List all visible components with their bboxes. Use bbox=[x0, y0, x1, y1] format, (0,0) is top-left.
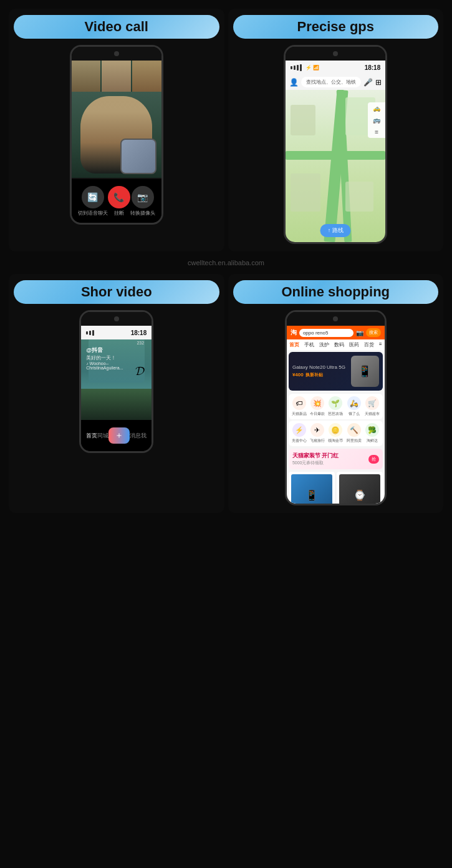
video-call-phone: 🔄 切到语音聊天 📞 挂断 📷 转换摄像头 bbox=[70, 45, 163, 225]
auction-icon: 🔨 bbox=[347, 423, 361, 437]
shop-icon-deal[interactable]: 💥 今日爆款 bbox=[309, 396, 325, 417]
sv-status-bar: 18:18 bbox=[81, 326, 151, 339]
food-label: 饿了么 bbox=[349, 411, 360, 417]
shop-screen: 淘 oppo reno5 📷 搜索 首页 手机 洗护 数码 医药 bbox=[287, 326, 385, 504]
map-road-h bbox=[286, 151, 385, 160]
shop-icon-travel[interactable]: ✈ 飞猪旅行 bbox=[309, 423, 325, 444]
shop-icon-supermarket[interactable]: 🛒 天猫超市 bbox=[364, 396, 380, 417]
banner-price: ¥400 换新补贴 bbox=[292, 370, 351, 378]
shop-nav-more[interactable]: ≡ bbox=[379, 341, 382, 348]
shop-search-bar[interactable]: oppo reno5 bbox=[299, 329, 353, 337]
banner-price-value: ¥400 bbox=[292, 372, 304, 378]
map-search-input[interactable]: 查找地点、公交、地铁 bbox=[301, 77, 361, 87]
shop-icon-farm[interactable]: 🌱 芭芭农场 bbox=[328, 396, 344, 417]
end-call-btn[interactable]: 📞 bbox=[108, 186, 130, 208]
switch-audio-btn[interactable]: 🔄 bbox=[82, 186, 104, 208]
shop-nav-goods[interactable]: 百货 bbox=[364, 341, 374, 348]
camera-dot-gps bbox=[333, 51, 338, 56]
banner-discount: 换新补贴 bbox=[305, 373, 323, 377]
shop-nav: 首页 手机 洗护 数码 医药 百货 ≡ bbox=[287, 339, 385, 350]
gps-card: Precise gps ⚡ 📶 18:18 bbox=[228, 9, 444, 251]
gps-title: Precise gps bbox=[233, 15, 439, 39]
shop-nav-medical[interactable]: 医药 bbox=[349, 341, 359, 348]
map-taxi-icon[interactable]: 🚕 bbox=[373, 105, 380, 112]
map-building-3 bbox=[291, 173, 320, 212]
video-side-actions: ❤️ 75.1k 💬 232 ↪ 232 bbox=[134, 339, 147, 345]
product-card-1[interactable]: 📱 ¥1179 bbox=[289, 472, 335, 504]
map-bus-icon[interactable]: 🚌 bbox=[373, 117, 380, 124]
banner-text: Galaxy Note20 Ultra 5G ¥400 换新补贴 bbox=[292, 364, 351, 378]
map-nav-button[interactable]: ↑ 路线 bbox=[320, 224, 351, 237]
phone-top-bar-gps bbox=[286, 47, 385, 61]
short-video-card: Shor video 18:18 𝓓 bbox=[9, 274, 224, 513]
banner-product-name: Galaxy Note20 Ultra 5G bbox=[292, 364, 351, 370]
camera-dot-vc bbox=[114, 51, 119, 56]
map-user-icon: 👤 bbox=[289, 78, 299, 87]
short-video-phone: 18:18 𝓓 ❤️ 75.1k 💬 2 bbox=[79, 310, 153, 453]
shop-nav-home[interactable]: 首页 bbox=[289, 341, 299, 348]
promo-amount: 5000元券待领取 bbox=[292, 460, 339, 466]
phone-top-bar-shop bbox=[287, 312, 385, 326]
ctrl-camera-group: 📷 转换摄像头 bbox=[130, 186, 155, 217]
map-content: ↑ 路线 🚕 🚌 ≡ bbox=[286, 90, 385, 242]
ctrl-end-group: 📞 挂断 bbox=[108, 186, 130, 217]
shopping-phone: 淘 oppo reno5 📷 搜索 首页 手机 洗护 数码 医药 bbox=[285, 310, 387, 505]
sv-time: 18:18 bbox=[131, 329, 147, 336]
map-building-1 bbox=[291, 105, 315, 135]
bluetooth-icon: ⚡ bbox=[305, 65, 312, 71]
sv-sig-2 bbox=[89, 331, 91, 335]
wifi-icon: 📶 bbox=[313, 65, 319, 71]
map-menu-icon[interactable]: ≡ bbox=[375, 129, 378, 135]
shop-nav-phone[interactable]: 手机 bbox=[304, 341, 314, 348]
shop-camera-icon[interactable]: 📷 bbox=[356, 329, 363, 336]
shop-icon-new[interactable]: 🏷 天猫新品 bbox=[291, 396, 307, 417]
auction-label: 阿里拍卖 bbox=[347, 438, 362, 444]
product-card-2[interactable]: ⌚ ¥3199 bbox=[337, 472, 383, 504]
product-img-1: 📱 bbox=[291, 474, 332, 504]
signal-indicators: ⚡ 📶 bbox=[291, 64, 319, 71]
gps-time: 18:18 bbox=[365, 64, 381, 71]
sv-nav-profile[interactable]: 我 bbox=[141, 432, 147, 440]
new-label: 天猫新品 bbox=[292, 411, 307, 417]
shop-icon-fresh[interactable]: 🥦 淘鲜达 bbox=[364, 423, 380, 444]
shop-nav-wash[interactable]: 洗护 bbox=[319, 341, 329, 348]
shop-icon-auction[interactable]: 🔨 阿里拍卖 bbox=[346, 423, 362, 444]
super-label: 天猫超市 bbox=[365, 411, 380, 417]
shop-search-btn[interactable]: 搜索 bbox=[366, 328, 381, 337]
camera-dot-sv bbox=[114, 316, 119, 321]
promo-grab-btn[interactable]: 抢 bbox=[368, 455, 379, 464]
farm-label: 芭芭农场 bbox=[328, 411, 343, 417]
shop-icon-recharge[interactable]: ⚡ 充值中心 bbox=[291, 423, 307, 444]
video-username: @抖音 bbox=[86, 346, 120, 354]
fresh-label: 淘鲜达 bbox=[367, 438, 378, 444]
phone-top-bar-sv bbox=[81, 312, 151, 326]
signal-bar-3 bbox=[297, 65, 299, 71]
row-1: Video call bbox=[5, 5, 447, 255]
recharge-icon: ⚡ bbox=[292, 423, 306, 437]
sv-nav-home[interactable]: 首页 bbox=[86, 432, 97, 440]
share-btn[interactable]: ↪ 232 bbox=[137, 339, 145, 345]
video-call-title: Video call bbox=[14, 15, 219, 39]
switch-camera-btn[interactable]: 📷 bbox=[132, 186, 154, 208]
switch-camera-label: 转换摄像头 bbox=[130, 210, 155, 217]
signal-bar-4 bbox=[300, 64, 302, 71]
shop-icon-coins[interactable]: 🪙 领淘金币 bbox=[328, 423, 344, 444]
sv-nav-messages[interactable]: 消息 bbox=[130, 432, 141, 440]
new-icon: 🏷 bbox=[292, 396, 306, 410]
short-video-title: Shor video bbox=[14, 280, 219, 304]
signal-bar-2 bbox=[294, 66, 296, 70]
sv-nav-nearby[interactable]: 同城 bbox=[97, 432, 108, 440]
video-desc: 美好的一天！ bbox=[86, 354, 120, 361]
shop-nav-digital[interactable]: 数码 bbox=[334, 341, 344, 348]
super-icon: 🛒 bbox=[365, 396, 379, 410]
travel-icon: ✈ bbox=[310, 423, 324, 437]
shop-icon-food[interactable]: 🛵 饿了么 bbox=[346, 396, 362, 417]
video-call-screen bbox=[72, 61, 161, 179]
sv-nav-add[interactable]: ＋ bbox=[108, 427, 130, 444]
shop-products: 📱 ¥1179 ⌚ ¥3199 bbox=[287, 471, 385, 504]
shop-header: 淘 oppo reno5 📷 搜索 bbox=[287, 326, 385, 339]
shop-banner: Galaxy Note20 Ultra 5G ¥400 换新补贴 📱 bbox=[289, 352, 383, 391]
vc-controls: 🔄 切到语音聊天 📞 挂断 📷 转换摄像头 bbox=[72, 179, 161, 223]
map-search-text: 查找地点、公交、地铁 bbox=[306, 79, 356, 85]
sv-sig-3 bbox=[92, 330, 94, 336]
